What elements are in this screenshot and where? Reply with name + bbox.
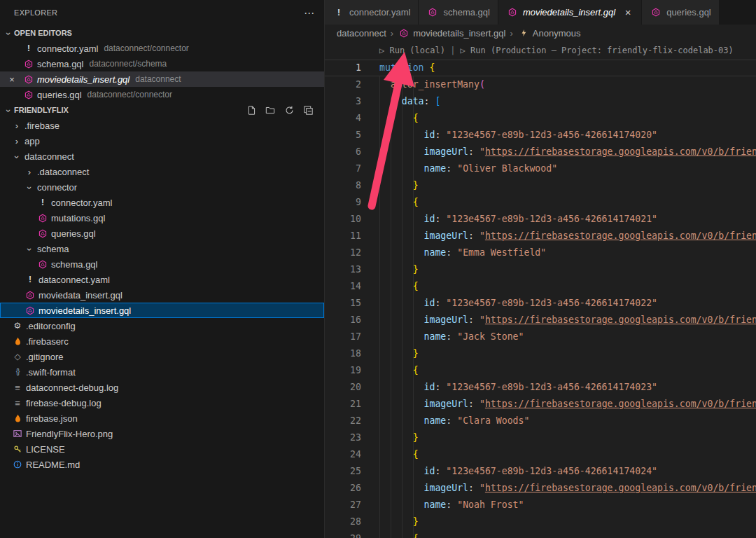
code-line[interactable]: 28 } xyxy=(325,513,756,530)
line-number[interactable]: 13 xyxy=(325,261,372,278)
tab-moviedetails_insert.gql[interactable]: moviedetails_insert.gql× xyxy=(498,0,642,25)
collapse-all-icon[interactable] xyxy=(302,104,314,116)
close-icon[interactable]: × xyxy=(622,6,634,18)
line-number[interactable]: 26 xyxy=(325,480,372,497)
open-editor-item[interactable]: queries.gqldataconnect/connector xyxy=(0,87,324,102)
code-line[interactable]: 27 name: "Noah Frost" xyxy=(325,497,756,513)
code-line[interactable]: 29 { xyxy=(325,530,756,538)
tree-folder-dataconnect[interactable]: ›dataconnect xyxy=(0,149,324,164)
line-number[interactable]: 19 xyxy=(325,362,372,379)
open-editor-item[interactable]: ×moviedetails_insert.gqldataconnect xyxy=(0,71,324,87)
tree-file-.editorconfig[interactable]: ⚙.editorconfig xyxy=(0,318,324,333)
line-number[interactable]: 22 xyxy=(325,413,372,429)
code-line[interactable]: 3 data: [ xyxy=(325,93,756,110)
new-folder-icon[interactable] xyxy=(264,104,276,116)
tree-file-firebase-debug.log[interactable]: ≡firebase-debug.log xyxy=(0,395,324,411)
code-line[interactable]: 8 } xyxy=(325,177,756,194)
line-number[interactable]: 1 xyxy=(325,60,372,76)
line-number[interactable]: 20 xyxy=(325,379,372,396)
tree-file-firebase.json[interactable]: firebase.json xyxy=(0,411,324,426)
tree-folder-app[interactable]: ›app xyxy=(0,133,324,149)
code-line[interactable]: 13 } xyxy=(325,261,756,278)
code-line[interactable]: 11 imageUrl: "https://firebasestorage.go… xyxy=(325,228,756,244)
new-file-icon[interactable] xyxy=(245,104,258,116)
workspace-folder-header[interactable]: › FRIENDLYFLIX xyxy=(0,102,324,118)
open-editors-header[interactable]: › OPEN EDITORS xyxy=(0,25,324,41)
tree-file-LICENSE[interactable]: LICENSE xyxy=(0,441,324,457)
code-line[interactable]: 16 imageUrl: "https://firebasestorage.go… xyxy=(325,312,756,329)
tree-file-dataconnect-debug.log[interactable]: ≡dataconnect-debug.log xyxy=(0,380,324,395)
line-number[interactable]: 5 xyxy=(325,127,372,144)
code-line[interactable]: 19 { xyxy=(325,362,756,379)
tree-file-.gitignore[interactable]: ◇.gitignore xyxy=(0,349,324,364)
code-line[interactable]: 18 } xyxy=(325,345,756,362)
open-editor-item[interactable]: !connector.yamldataconnect/connector xyxy=(0,41,324,56)
run-local-link[interactable]: ▷ Run (local) xyxy=(379,46,445,55)
code-line[interactable]: 10 id: "123e4567-e89b-12d3-a456-42661417… xyxy=(325,211,756,228)
open-editor-item[interactable]: schema.gqldataconnect/schema xyxy=(0,56,324,71)
line-number[interactable]: 7 xyxy=(325,160,372,177)
code-line[interactable]: 1mutation { xyxy=(325,60,756,76)
code-line[interactable]: 20 id: "123e4567-e89b-12d3-a456-42661417… xyxy=(325,379,756,396)
line-number[interactable]: 25 xyxy=(325,463,372,480)
tree-file-FriendlyFlix-Hero.png[interactable]: FriendlyFlix-Hero.png xyxy=(0,426,324,441)
tree-file-moviedata_insert.gql[interactable]: moviedata_insert.gql xyxy=(0,287,324,303)
tree-file-mutations.gql[interactable]: mutations.gql xyxy=(0,210,324,226)
tree-file-moviedetails_insert.gql[interactable]: moviedetails_insert.gql xyxy=(0,303,324,318)
line-number[interactable]: 4 xyxy=(325,110,372,127)
line-number[interactable]: 14 xyxy=(325,278,372,295)
tree-folder-connector[interactable]: ›connector xyxy=(0,179,324,195)
code-line[interactable]: 23 } xyxy=(325,429,756,446)
code-line[interactable]: 14 { xyxy=(325,278,756,295)
code-line[interactable]: 21 imageUrl: "https://firebasestorage.go… xyxy=(325,396,756,413)
line-number[interactable]: 15 xyxy=(325,295,372,312)
refresh-icon[interactable] xyxy=(283,104,295,116)
code-line[interactable]: 2 actor_insertMany( xyxy=(325,76,756,93)
line-number[interactable]: 16 xyxy=(325,312,372,329)
line-number[interactable]: 6 xyxy=(325,144,372,160)
tree-file-dataconnect.yaml[interactable]: !dataconnect.yaml xyxy=(0,272,324,287)
line-number[interactable]: 2 xyxy=(325,76,372,93)
code-line[interactable]: 25 id: "123e4567-e89b-12d3-a456-42661417… xyxy=(325,463,756,480)
breadcrumb-item[interactable]: moviedetails_insert.gql xyxy=(398,27,505,39)
code-line[interactable]: 9 { xyxy=(325,194,756,211)
tree-file-.swift-format[interactable]: {}.swift-format xyxy=(0,364,324,380)
tab-schema.gql[interactable]: schema.gql xyxy=(419,0,498,25)
code-editor[interactable]: ▷ Run (local) | ▷ Run (Production – Proj… xyxy=(325,41,756,538)
code-line[interactable]: 17 name: "Jack Stone" xyxy=(325,329,756,345)
more-actions-icon[interactable]: ⋯ xyxy=(304,8,314,18)
code-line[interactable]: 12 name: "Emma Westfield" xyxy=(325,244,756,261)
tab-queries.gql[interactable]: queries.gql xyxy=(642,0,720,25)
line-number[interactable]: 17 xyxy=(325,329,372,345)
line-number[interactable]: 18 xyxy=(325,345,372,362)
line-number[interactable]: 8 xyxy=(325,177,372,194)
breadcrumb-item[interactable]: Anonymous xyxy=(517,27,581,39)
code-line[interactable]: 24 { xyxy=(325,446,756,463)
line-number[interactable]: 24 xyxy=(325,446,372,463)
tree-file-schema.gql[interactable]: schema.gql xyxy=(0,256,324,272)
code-line[interactable]: 6 imageUrl: "https://firebasestorage.goo… xyxy=(325,144,756,160)
tree-folder-.dataconnect[interactable]: ›.dataconnect xyxy=(0,164,324,179)
tree-file-connector.yaml[interactable]: !connector.yaml xyxy=(0,195,324,210)
tree-file-.firebaserc[interactable]: .firebaserc xyxy=(0,333,324,349)
line-number[interactable]: 28 xyxy=(325,513,372,530)
line-number[interactable]: 21 xyxy=(325,396,372,413)
line-number[interactable]: 23 xyxy=(325,429,372,446)
tree-folder-schema[interactable]: ›schema xyxy=(0,241,324,256)
code-line[interactable]: 15 id: "123e4567-e89b-12d3-a456-42661417… xyxy=(325,295,756,312)
line-number[interactable]: 27 xyxy=(325,497,372,513)
line-number[interactable]: 3 xyxy=(325,93,372,110)
code-line[interactable]: 22 name: "Clara Woods" xyxy=(325,413,756,429)
line-number[interactable]: 9 xyxy=(325,194,372,211)
code-line[interactable]: 4 { xyxy=(325,110,756,127)
line-number[interactable]: 11 xyxy=(325,228,372,244)
tree-folder-.firebase[interactable]: ›.firebase xyxy=(0,118,324,133)
code-line[interactable]: 5 id: "123e4567-e89b-12d3-a456-426614174… xyxy=(325,127,756,144)
tree-file-queries.gql[interactable]: queries.gql xyxy=(0,226,324,241)
close-icon[interactable]: × xyxy=(6,74,18,85)
code-line[interactable]: 26 imageUrl: "https://firebasestorage.go… xyxy=(325,480,756,497)
line-number[interactable]: 10 xyxy=(325,211,372,228)
breadcrumb-item[interactable]: dataconnect xyxy=(337,28,386,39)
tree-file-README.md[interactable]: README.md xyxy=(0,457,324,472)
run-production-link[interactable]: ▷ Run (Production – Project: friendly-fl… xyxy=(461,46,734,55)
